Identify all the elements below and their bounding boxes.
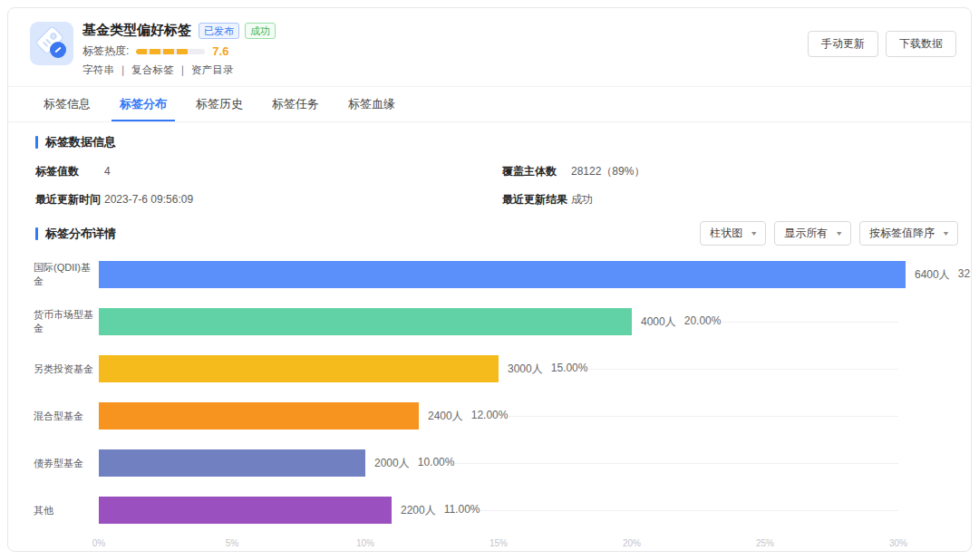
grid-lead-line (480, 510, 898, 511)
axis-tick: 20% (623, 538, 641, 548)
info-field: 覆盖主体数28122（89%） (502, 164, 944, 179)
bar-value-label: 3000人15.00% (508, 362, 587, 377)
status-badges: 已发布成功 (199, 23, 276, 39)
bar-value-label: 6400人32.00% (915, 267, 972, 283)
chart-row: 其他2200人11.00% (8, 487, 971, 534)
plot-area: 4000人20.00% (99, 308, 898, 335)
plot-area: 6400人32.00% (99, 261, 898, 288)
info-field-label: 覆盖主体数 (502, 164, 571, 179)
plot-area: 2400人12.00% (99, 402, 898, 430)
bar-percent-label: 11.00% (444, 503, 480, 518)
select-value: 显示所有 (784, 226, 828, 241)
bar-value-label: 2200人11.00% (401, 503, 480, 518)
axis-tick: 25% (756, 538, 774, 548)
grid-lead-line (508, 416, 898, 417)
bar-count-label: 3000人 (508, 362, 543, 377)
heat-meter (136, 49, 205, 54)
category-label: 混合型基金 (34, 410, 99, 423)
distribution-bar-chart: 国际(QDII)基金6400人32.00%货币市场型基金4000人20.00%另… (8, 251, 971, 534)
display-filter-select[interactable]: 显示所有▼ (774, 221, 851, 246)
bar[interactable] (99, 261, 906, 288)
manual-update-button[interactable]: 手动更新 (808, 31, 878, 57)
sort-order-select[interactable]: 按标签值降序▼ (859, 221, 958, 246)
plot-area: 2200人11.00% (99, 497, 898, 524)
grid-lead-line (721, 322, 898, 323)
bar-percent-label: 20.00% (684, 314, 722, 330)
section-marker (35, 136, 38, 149)
x-axis: 0%5%10%15%20%25%30% (99, 536, 898, 552)
section-title-distribution: 标签分布详情 (45, 226, 116, 242)
axis-tick: 10% (356, 538, 374, 548)
chevron-down-icon: ▼ (835, 230, 843, 237)
tab-标签分布[interactable]: 标签分布 (111, 87, 175, 121)
info-field: 最近更新结果成功 (502, 192, 944, 207)
bar-percent-label: 32.00% (958, 267, 972, 283)
plot-area: 2000人10.00% (99, 449, 898, 477)
chart-row: 国际(QDII)基金6400人32.00% (8, 251, 971, 298)
chevron-down-icon: ▼ (942, 230, 950, 237)
chart-row: 另类投资基金3000人15.00% (8, 345, 971, 392)
tab-标签信息[interactable]: 标签信息 (35, 87, 99, 121)
chart-controls: 柱状图▼显示所有▼按标签值降序▼ (700, 221, 958, 246)
tab-标签血缘[interactable]: 标签血缘 (340, 87, 403, 121)
tag-data-info-section: 标签数据信息 标签值数4覆盖主体数28122（89%）最近更新时间2023-7-… (8, 122, 971, 210)
status-badge: 已发布 (199, 23, 239, 39)
bar-value-label: 4000人20.00% (641, 314, 721, 330)
page-header: 基金类型偏好标签 已发布成功 标签热度: 7.6 字符串 ｜ 复合标签 ｜ 资产… (8, 8, 971, 87)
category-label: 债券型基金 (34, 457, 99, 470)
axis-tick: 15% (490, 538, 508, 548)
info-field-value: 28122（89%） (571, 164, 645, 179)
category-label: 其他 (34, 504, 99, 517)
bar-value-label: 2400人12.00% (428, 409, 508, 424)
bar-percent-label: 15.00% (551, 362, 588, 377)
bar-percent-label: 10.00% (418, 456, 455, 471)
download-data-button[interactable]: 下载数据 (886, 31, 956, 57)
bar[interactable] (99, 449, 365, 477)
plot-area: 3000人15.00% (99, 355, 898, 382)
category-label: 国际(QDII)基金 (34, 261, 99, 288)
select-value: 按标签值降序 (869, 226, 935, 241)
tag-detail-card: 基金类型偏好标签 已发布成功 标签热度: 7.6 字符串 ｜ 复合标签 ｜ 资产… (7, 7, 972, 552)
select-value: 柱状图 (710, 226, 742, 241)
chart-type-select[interactable]: 柱状图▼ (700, 221, 766, 246)
info-field: 最近更新时间2023-7-6 09:56:09 (35, 192, 502, 207)
heat-value: 7.6 (212, 44, 228, 58)
tag-icon (30, 22, 73, 65)
info-grid: 标签值数4覆盖主体数28122（89%）最近更新时间2023-7-6 09:56… (35, 164, 944, 207)
tab-bar: 标签信息标签分布标签历史标签任务标签血缘 (8, 87, 971, 122)
info-field-value: 2023-7-6 09:56:09 (104, 192, 193, 207)
bar-count-label: 2400人 (428, 409, 463, 424)
distribution-header: 标签分布详情 柱状图▼显示所有▼按标签值降序▼ (8, 210, 971, 246)
info-field-value: 成功 (571, 192, 593, 207)
bar[interactable] (99, 402, 419, 430)
grid-lead-line (454, 463, 898, 464)
grid-lead-line (587, 369, 898, 370)
bar-value-label: 2000人10.00% (374, 456, 454, 471)
info-field-label: 最近更新结果 (502, 192, 571, 207)
tag-meta: 字符串 ｜ 复合标签 ｜ 资产目录 (82, 63, 276, 77)
tab-标签任务[interactable]: 标签任务 (264, 87, 327, 121)
info-field-label: 标签值数 (35, 164, 104, 179)
chevron-down-icon: ▼ (750, 230, 758, 237)
bar[interactable] (99, 497, 392, 524)
bar-count-label: 4000人 (641, 314, 676, 330)
chart-row: 债券型基金2000人10.00% (8, 439, 971, 487)
page-title: 基金类型偏好标签 (82, 22, 191, 39)
chart-row: 混合型基金2400人12.00% (8, 392, 971, 439)
section-marker (35, 227, 38, 240)
header-actions: 手动更新下载数据 (808, 22, 956, 57)
status-badge: 成功 (245, 23, 276, 39)
category-label: 另类投资基金 (34, 362, 99, 376)
bar-percent-label: 12.00% (471, 409, 509, 424)
axis-tick: 30% (889, 538, 907, 548)
info-field-label: 最近更新时间 (35, 192, 104, 207)
bar-count-label: 6400人 (915, 267, 950, 283)
tab-标签历史[interactable]: 标签历史 (188, 87, 251, 121)
chart-row: 货币市场型基金4000人20.00% (8, 298, 971, 345)
bar[interactable] (99, 308, 632, 335)
axis-tick: 0% (92, 538, 105, 548)
category-label: 货币市场型基金 (34, 308, 99, 335)
bar[interactable] (99, 355, 499, 382)
bar-count-label: 2200人 (401, 503, 436, 518)
info-field-value: 4 (104, 164, 111, 179)
